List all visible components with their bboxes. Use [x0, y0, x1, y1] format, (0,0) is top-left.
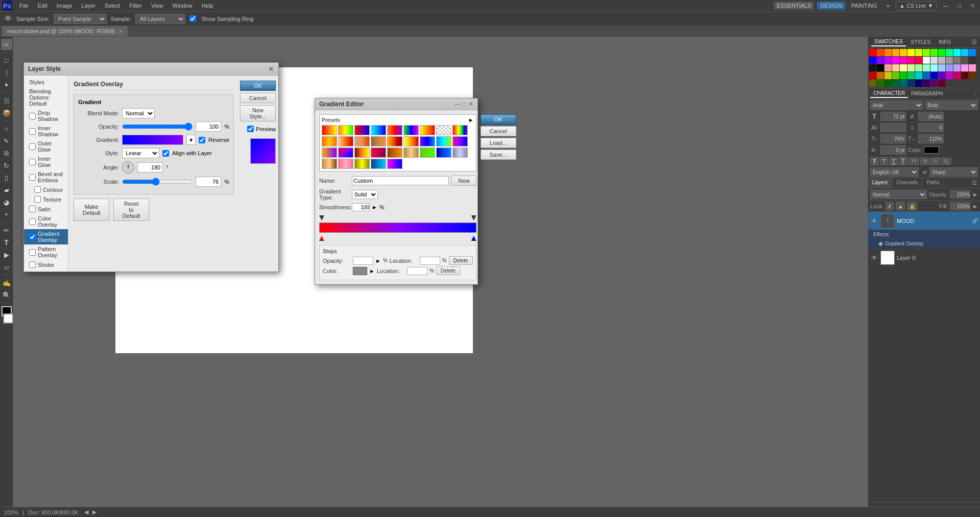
design-button[interactable]: DESIGN	[817, 2, 845, 10]
lasso-tool[interactable]: 〉	[1, 67, 12, 78]
color-stop-blue[interactable]	[471, 236, 476, 241]
preset-swatch[interactable]	[354, 159, 370, 169]
reset-to-default-button[interactable]: Reset to Default	[113, 199, 149, 221]
scale-input[interactable]	[196, 177, 221, 187]
opacity-slider[interactable]	[122, 122, 193, 131]
swatch[interactable]	[923, 49, 930, 56]
swatch[interactable]	[969, 72, 976, 79]
styles-item-styles[interactable]: Styles	[24, 78, 68, 87]
preset-swatch[interactable]	[338, 136, 353, 146]
contour-checkbox[interactable]	[34, 186, 41, 193]
gradient-bar[interactable]	[319, 223, 476, 233]
swatch[interactable]	[915, 80, 922, 87]
swatch[interactable]	[938, 80, 945, 87]
eraser-tool[interactable]: ▯	[1, 172, 12, 183]
new-style-button[interactable]: New Style...	[240, 105, 276, 121]
preset-swatch[interactable]	[371, 125, 386, 135]
swatch[interactable]	[907, 57, 915, 64]
clone-stamp-tool[interactable]: ✇	[1, 147, 12, 159]
style-select[interactable]: Linear Radial Angle Reflected Diamond	[122, 148, 159, 158]
swatch[interactable]	[930, 57, 938, 64]
preset-swatch[interactable]	[322, 159, 337, 169]
swatch[interactable]	[900, 80, 907, 87]
channels-tab[interactable]: Channels	[892, 178, 922, 188]
preset-swatch[interactable]	[403, 136, 419, 146]
color-delete-button[interactable]: Delete	[436, 266, 460, 275]
swatch[interactable]	[938, 64, 945, 71]
window-close-icon[interactable]: ✕	[967, 2, 978, 10]
swatch[interactable]	[869, 57, 876, 64]
make-default-button[interactable]: Make Default	[74, 199, 109, 221]
path-selection-tool[interactable]: ▶	[1, 249, 12, 260]
font-size-input[interactable]	[880, 112, 906, 121]
pattern-overlay-checkbox[interactable]	[29, 249, 36, 256]
preset-swatch[interactable]	[387, 147, 402, 158]
opacity-arrow[interactable]: ►	[375, 258, 381, 264]
tab-close-button[interactable]: ✕	[118, 29, 123, 34]
healing-brush-tool[interactable]: ○	[1, 123, 12, 134]
drop-shadow-checkbox[interactable]	[29, 113, 36, 119]
swatch[interactable]	[869, 80, 876, 87]
swatch[interactable]	[938, 57, 945, 64]
swatch[interactable]	[900, 72, 907, 79]
preset-swatch[interactable]	[371, 136, 386, 146]
preset-swatch[interactable]	[436, 136, 451, 146]
swatch[interactable]	[930, 64, 938, 71]
swatch[interactable]	[946, 64, 953, 71]
swatch[interactable]	[923, 80, 930, 87]
window-maximize-icon[interactable]: □	[954, 2, 964, 10]
blur-tool[interactable]: ◕	[1, 196, 12, 208]
background-color[interactable]	[3, 313, 13, 324]
language-select[interactable]: English: UK English: USA	[870, 167, 919, 177]
gradient-editor-maximize-button[interactable]: □	[463, 101, 466, 108]
align-with-layer-checkbox[interactable]	[162, 150, 169, 157]
smallcaps-button[interactable]: Tt	[920, 158, 929, 165]
swatch[interactable]	[961, 72, 968, 79]
opacity-location-input[interactable]	[420, 257, 440, 265]
tracking-input[interactable]	[918, 123, 944, 132]
subscript-button[interactable]: T₆	[941, 158, 951, 165]
swatch[interactable]	[900, 57, 907, 64]
swatch[interactable]	[953, 64, 961, 71]
swatch[interactable]	[946, 72, 953, 79]
preview-checkbox[interactable]	[247, 126, 254, 132]
character-panel-menu-icon[interactable]: ⋮	[972, 90, 978, 97]
preset-swatch[interactable]	[387, 136, 402, 146]
swatch[interactable]	[915, 64, 922, 71]
menu-image[interactable]: Image	[53, 2, 77, 10]
styles-item-outer-glow[interactable]: Outer Glow	[24, 139, 68, 154]
blend-mode-select[interactable]: Normal Multiply Screen Overlay	[122, 108, 155, 118]
preset-swatch[interactable]	[420, 125, 435, 135]
swatch[interactable]	[885, 57, 892, 64]
painting-button[interactable]: PAINTING	[848, 2, 880, 10]
font-style-select[interactable]: Bold Regular Italic	[925, 101, 978, 110]
expand-icon[interactable]: »	[883, 2, 893, 10]
lock-all-button[interactable]: 🔒	[907, 202, 917, 210]
layers-panel-menu-icon[interactable]: ☰	[969, 178, 980, 188]
sample-select[interactable]: All Layers Current Layer	[135, 14, 185, 24]
styles-item-color-overlay[interactable]: Color Overlay	[24, 214, 68, 229]
swatch[interactable]	[923, 64, 930, 71]
anti-alias-select[interactable]: Sharp Crisp Strong Smooth	[929, 167, 978, 177]
swatch[interactable]	[877, 49, 884, 56]
swatch[interactable]	[907, 49, 915, 56]
styles-item-pattern-overlay[interactable]: Pattern Overlay	[24, 244, 68, 260]
marquee-tool[interactable]: □	[1, 55, 12, 66]
swatch[interactable]	[946, 49, 953, 56]
strikethrough-button[interactable]: Ṯ	[899, 157, 907, 165]
preset-swatch[interactable]	[436, 147, 451, 158]
crop-tool[interactable]: ⍐	[1, 95, 12, 106]
sample-size-select[interactable]: Point Sample 3 by 3 Average 5 by 5 Avera…	[54, 14, 107, 24]
swatch[interactable]	[885, 80, 892, 87]
swatch[interactable]	[953, 49, 961, 56]
bevel-emboss-checkbox[interactable]	[29, 174, 36, 181]
menu-filter[interactable]: Filter	[125, 2, 146, 10]
menu-view[interactable]: View	[147, 2, 168, 10]
font-family-select[interactable]: Arial	[870, 101, 923, 110]
styles-item-bevel-emboss[interactable]: Bevel and Emboss	[24, 169, 68, 185]
swatch[interactable]	[869, 64, 876, 71]
layers-tab[interactable]: Layers	[868, 178, 892, 188]
dodge-tool[interactable]: ⚬	[1, 209, 12, 220]
swatch[interactable]	[900, 64, 907, 71]
preset-swatch[interactable]	[452, 147, 468, 158]
